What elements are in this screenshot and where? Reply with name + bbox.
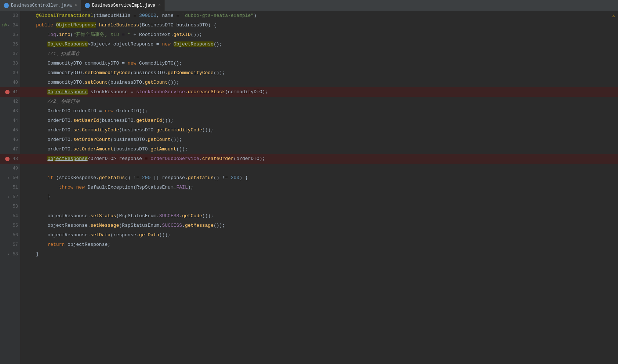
gutter-line-57: 57	[0, 240, 20, 250]
code-content-55: objectResponse.setMessage(RspStatusEnum.…	[20, 221, 618, 230]
token-plain: orderDTO.	[47, 118, 73, 123]
token-kw: if	[47, 175, 56, 181]
token-plain: orderDTO.	[47, 127, 73, 133]
token-plain: commodityDTO.	[47, 70, 84, 76]
token-plain: () !=	[125, 175, 142, 181]
token-plain: (orderDTO);	[234, 156, 265, 161]
token-plain: .	[185, 89, 188, 95]
tab-label: BusinessController.java	[11, 3, 72, 8]
token-plain: (RspStatusEnum.	[119, 223, 162, 228]
gutter-line-53: 53	[0, 202, 20, 211]
token-method: getCount	[145, 80, 168, 85]
token-plain: ());	[177, 146, 188, 152]
fold-icon[interactable]: ▾	[7, 176, 10, 180]
code-line-39: commodityDTO.setCommodityCode(businessDT…	[20, 68, 618, 78]
breakpoint-icon[interactable]	[5, 157, 10, 161]
line-number: 56	[11, 233, 18, 238]
code-line-54: objectResponse.setStatus(RspStatusEnum.S…	[20, 211, 618, 221]
code-content-45: orderDTO.setCommodityCode(businessDTO.ge…	[20, 125, 618, 135]
token-method: setCommodityCode	[73, 127, 119, 133]
token-plain: (timeoutMills =	[93, 13, 139, 18]
token-method: getCount	[148, 137, 170, 142]
line-number: 52	[11, 194, 18, 200]
tab-close-icon[interactable]: ×	[75, 3, 77, 7]
token-kw: public	[36, 22, 56, 28]
code-line-51: throw new DefaultException(RspStatusEnum…	[20, 183, 618, 192]
code-line-40: commodityDTO.setCount(businessDTO.getCou…	[20, 78, 618, 87]
code-line-37: //1、扣减库存	[20, 49, 618, 59]
token-plain: OrderDTO orderDTO =	[47, 108, 105, 114]
gutter-line-51: 51	[0, 183, 20, 192]
token-plain: (commodityDTO);	[225, 89, 268, 95]
token-method: createOrder	[202, 156, 234, 161]
token-type: ObjectResponse	[56, 22, 96, 28]
token-type: ObjectResponse	[47, 89, 87, 95]
token-method: getCommodityCode	[168, 70, 214, 76]
token-str: "dubbo-gts-seata-example"	[182, 13, 254, 18]
gutter-line-56: 56	[0, 230, 20, 240]
token-plain: commodityDTO.	[47, 80, 84, 85]
line-number: 34	[11, 23, 18, 28]
breakpoint-icon[interactable]	[5, 90, 10, 94]
token-plain: ());	[202, 213, 214, 219]
gutter-icons	[5, 157, 10, 161]
code-line-50: if (stockResponse.getStatus() != 200 || …	[20, 173, 618, 183]
code-content-43: OrderDTO orderDTO = new OrderDTO();	[20, 106, 618, 116]
line-number: 48	[11, 156, 18, 161]
token-plain: (BusinessDTO businessDTO) {	[139, 22, 217, 28]
tab-close-icon[interactable]: ×	[158, 3, 160, 7]
token-str: "开始全局事务, XID = "	[73, 32, 131, 37]
token-plain: (RspStatusEnum.	[116, 213, 159, 219]
token-plain: ) {	[239, 175, 248, 181]
token-plain: ());	[202, 127, 214, 133]
code-line-33: @GlobalTransactional(timeoutMills = 3000…	[20, 11, 618, 21]
token-method: getStatus	[188, 175, 214, 181]
code-content-49	[20, 164, 618, 173]
token-method: info	[59, 32, 70, 37]
gutter-line-55: 55	[0, 221, 20, 230]
gutter-line-45: 45	[0, 125, 20, 135]
gutter-line-34: ↑@▾34	[0, 21, 20, 30]
token-plain: ());	[171, 137, 182, 142]
code-content-51: throw new DefaultException(RspStatusEnum…	[20, 183, 618, 192]
token-type: ObjectResponse	[174, 41, 214, 47]
token-plain: (stockResponse.	[56, 175, 99, 181]
code-area[interactable]: @GlobalTransactional(timeoutMills = 3000…	[20, 11, 618, 364]
token-plain: ());	[162, 118, 174, 123]
token-plain: + RootContext.	[131, 32, 174, 37]
code-content-53	[20, 202, 618, 211]
token-plain: ());	[214, 223, 225, 228]
code-line-41: ObjectResponse stockResponse = stockDubb…	[20, 87, 618, 97]
token-plain: (businessDTO.	[131, 70, 168, 76]
token-plain: .	[56, 32, 59, 37]
code-line-35: log.info("开始全局事务, XID = " + RootContext.…	[20, 30, 618, 40]
token-plain: ());	[191, 32, 202, 37]
token-plain: ());	[168, 80, 179, 85]
gutter-line-48: 48	[0, 154, 20, 164]
gutter-line-47: 47	[0, 145, 20, 154]
gutter-line-41: 41	[0, 87, 20, 97]
token-field: SUCCESS	[162, 223, 182, 228]
fold-icon[interactable]: ▾	[7, 195, 10, 199]
code-content-41: ObjectResponse stockResponse = stockDubb…	[20, 87, 618, 97]
token-method: setUserId	[73, 118, 99, 123]
gutter-icons	[5, 90, 10, 94]
token-method: decreaseStock	[188, 89, 225, 95]
line-number: 41	[11, 90, 18, 95]
tab-BusinessServiceImpl-java[interactable]: BusinessServiceImpl.java×	[81, 0, 165, 11]
token-plain: (businessDTO.	[110, 137, 148, 142]
gutter-icons: ▾	[7, 195, 10, 199]
code-line-52: }	[20, 192, 618, 202]
code-line-56: objectResponse.setData(response.getData(…	[20, 230, 618, 240]
tab-BusinessController-java[interactable]: BusinessController.java×	[0, 0, 81, 11]
fold-icon[interactable]: ▾	[7, 23, 10, 28]
token-method: getStatus	[99, 175, 125, 181]
token-plain: (response.	[110, 232, 139, 238]
line-number: 43	[11, 109, 18, 114]
gutter-line-50: ▾50	[0, 173, 20, 183]
token-method: getCommodityCode	[156, 127, 202, 133]
line-gutter: 33↑@▾34353637383940414243444546474849▾50…	[0, 11, 20, 364]
token-kw: throw	[59, 185, 76, 190]
fold-icon[interactable]: ▾	[7, 252, 10, 256]
token-plain: orderDTO.	[47, 137, 73, 142]
